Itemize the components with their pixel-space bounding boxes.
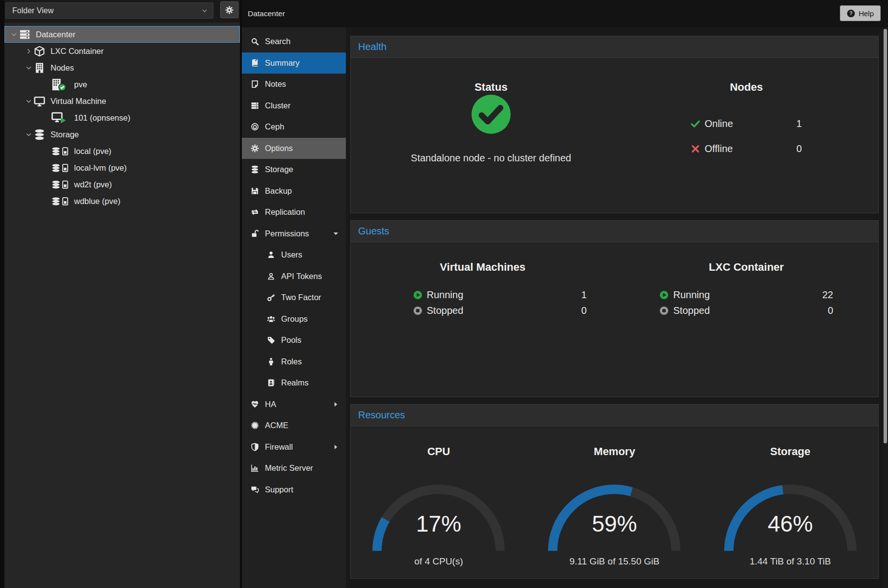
tree-item-lxc-container[interactable]: LXC Container [4, 43, 240, 59]
menu-item-storage[interactable]: Storage [242, 159, 346, 180]
check-circle-icon [470, 94, 512, 135]
tree-item-nodes[interactable]: Nodes [4, 59, 240, 76]
user-icon [267, 251, 275, 259]
seal-icon [251, 421, 259, 430]
menu-item-backup[interactable]: Backup [242, 180, 346, 202]
menu-item-expander[interactable] [332, 401, 340, 408]
menu-item-notes[interactable]: Notes [242, 74, 346, 95]
menu-item-permissions[interactable]: Permissions [242, 223, 346, 245]
menu-item-support[interactable]: Support [242, 479, 346, 501]
resource-gauge-memory: Memory59%9.11 GiB of 15.50 GiB [526, 426, 702, 578]
tree-item-local-lvm-pve[interactable]: local-lvm (pve) [4, 159, 240, 176]
menu-item-expander[interactable] [332, 443, 340, 451]
play-circle-icon [659, 290, 669, 300]
tree-expander[interactable] [23, 64, 34, 72]
menu-item-label: Summary [265, 58, 300, 68]
menu-item-icon-holder [250, 37, 260, 46]
menu-item-summary[interactable]: Summary [242, 52, 346, 74]
menu-item-users[interactable]: Users [242, 244, 346, 266]
tree-item-wdblue-pve[interactable]: wdblue (pve) [4, 193, 240, 209]
menu-item-pools[interactable]: Pools [242, 330, 346, 351]
menu-item-ha[interactable]: HA [242, 394, 346, 415]
menu-item-label: Pools [281, 335, 301, 345]
menu-item-expander[interactable] [332, 230, 340, 237]
menu-item-icon-holder [250, 443, 260, 451]
menu-item-icon-holder [250, 144, 260, 153]
menu-item-label: Backup [265, 186, 292, 196]
menu-item-two-factor[interactable]: Two Factor [242, 287, 346, 308]
chevron-down-icon [201, 7, 208, 14]
menu-item-options[interactable]: Options [242, 138, 346, 159]
menu-item-ceph[interactable]: Ceph [242, 116, 346, 138]
menu-item-roles[interactable]: Roles [242, 351, 346, 373]
scrollbar-thumb[interactable] [884, 29, 887, 443]
stop-circle-icon [659, 306, 669, 315]
guest-status-label: Running [673, 289, 710, 301]
menu-item-icon-holder [250, 400, 260, 409]
building-icon [34, 62, 45, 74]
menu-item-firewall[interactable]: Firewall [242, 436, 346, 458]
tree-item-icon-holder [52, 164, 72, 172]
tree-item-icon-holder [19, 29, 34, 40]
tree-item-label: local (pve) [74, 147, 111, 156]
resources-panel-title: Resources [351, 405, 878, 426]
tree-toolbar: Folder View [4, 0, 240, 23]
database-icon [251, 165, 259, 174]
tree-item-101-opnsense[interactable]: 101 (opnsense) [4, 109, 240, 126]
question-circle-icon: ? [847, 9, 855, 18]
vertical-scrollbar[interactable] [883, 27, 888, 588]
guests-column-heading: Virtual Machines [440, 261, 525, 274]
guest-status-value: 0 [828, 305, 833, 316]
tree-item-virtual-machine[interactable]: Virtual Machine [4, 93, 240, 109]
menu-item-icon-holder [266, 293, 276, 302]
menu-item-icon-holder [266, 379, 276, 387]
menu-item-acme[interactable]: ACME [242, 415, 346, 436]
menu-item-realms[interactable]: Realms [242, 372, 346, 394]
guest-status-value: 0 [581, 305, 587, 316]
menu-item-groups[interactable]: Groups [242, 308, 346, 330]
replication-icon [251, 208, 259, 216]
shield-icon [251, 443, 259, 451]
tree-expander[interactable] [23, 131, 34, 138]
svg-text:?: ? [849, 10, 852, 16]
tree-item-local-pve[interactable]: local (pve) [4, 143, 240, 159]
tree-item-pve[interactable]: pve [4, 76, 240, 93]
tree-settings-button[interactable] [220, 1, 238, 18]
tree-item-icon-holder [52, 180, 72, 189]
guests-panel: Guests Virtual MachinesRunning1Stopped0L… [350, 220, 879, 397]
tree-expander[interactable] [23, 48, 34, 55]
chevron-down-icon [25, 98, 32, 105]
nodes-table: Online1Offline0 [691, 111, 802, 161]
node-status-row-offline: Offline0 [691, 136, 802, 161]
menu-item-metric-server[interactable]: Metric Server [242, 458, 346, 479]
help-button[interactable]: ? Help [840, 5, 881, 21]
heartbeat-icon [251, 400, 259, 409]
menu-item-search[interactable]: Search [242, 31, 346, 52]
gauge-percent-value: 59% [543, 511, 685, 537]
menu-item-label: Firewall [265, 442, 293, 452]
view-mode-select[interactable]: Folder View [5, 2, 213, 19]
datacenter-icon [19, 29, 30, 40]
tree-item-icon-holder [52, 78, 72, 91]
tree-expander[interactable] [23, 98, 34, 105]
tree-expander[interactable] [8, 31, 19, 38]
gauge-detail-text: of 4 CPU(s) [415, 556, 463, 567]
unlock-icon [251, 230, 259, 238]
node-status-value: 1 [796, 118, 802, 129]
menu-item-label: API Tokens [281, 272, 322, 281]
menu-item-label: ACME [265, 421, 288, 430]
tree-item-icon-holder [52, 112, 72, 124]
menu-item-label: Roles [281, 357, 302, 366]
tree-item-wd2t-pve[interactable]: wd2t (pve) [4, 176, 240, 193]
menu-item-label: Support [265, 485, 293, 494]
tree-item-label: Nodes [51, 63, 74, 73]
menu-item-api-tokens[interactable]: API Tokens [242, 266, 346, 287]
menu-item-replication[interactable]: Replication [242, 202, 346, 223]
comments-icon [251, 486, 259, 494]
tree-item-storage[interactable]: Storage [4, 126, 240, 143]
tree-item-icon-holder [34, 129, 49, 140]
gauge-heading: Memory [594, 445, 635, 458]
tree-item-datacenter[interactable]: Datacenter [4, 26, 240, 43]
menu-item-cluster[interactable]: Cluster [242, 95, 346, 117]
menu-item-icon-holder [250, 59, 260, 67]
